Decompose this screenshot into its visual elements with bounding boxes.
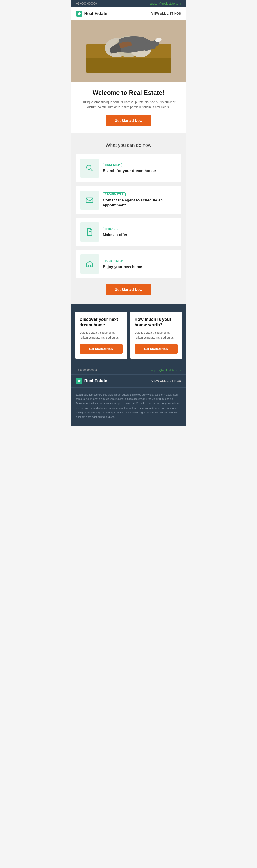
cards-section: Discover your next dream home Quisque vi… — [71, 304, 186, 366]
card-2-description: Quisque vitae tristique sem, nullam vulp… — [135, 331, 178, 340]
step-1-badge: FIRST STEP — [103, 163, 122, 167]
card-1-description: Quisque vitae tristique sem, nullam vulp… — [79, 331, 123, 340]
document-icon — [85, 228, 94, 236]
step-2-heading: Contact the agent to schedule an appoint… — [103, 198, 177, 208]
hero-image — [71, 20, 186, 82]
step-card-4: FOURTH STEP Enjoy your new home — [76, 250, 181, 278]
footer-header: Real Estate VIEW ALL LISTINGS — [71, 374, 186, 388]
step-4-icon-box — [80, 254, 99, 274]
steps-cta-button[interactable]: Get Started Now — [106, 284, 151, 295]
card-1: Discover your next dream home Quisque vi… — [75, 312, 127, 359]
step-3-icon-box — [80, 222, 99, 242]
steps-title: What you can do now — [76, 143, 181, 148]
header-nav-link[interactable]: VIEW ALL LISTINGS — [151, 12, 181, 15]
footer-topbar: +1 0000 000000 support@realestate.com — [71, 366, 186, 374]
card-2: How much is your house worth? Quisque vi… — [130, 312, 182, 359]
topbar-phone: +1 0000 000000 — [76, 2, 97, 5]
hero-section: Welcome to Real Estate! Quisque vitae tr… — [71, 20, 186, 133]
card-1-title: Discover your next dream home — [79, 317, 123, 328]
card-2-cta-button[interactable]: Get Started Now — [135, 344, 178, 353]
hero-content: Welcome to Real Estate! Quisque vitae tr… — [71, 89, 186, 126]
step-4-info: FOURTH STEP Enjoy your new home — [103, 258, 177, 270]
search-icon — [85, 164, 94, 173]
step-1-icon-box — [80, 158, 99, 178]
hero-title: Welcome to Real Estate! — [79, 89, 179, 96]
step-1-info: FIRST STEP Search for your dream house — [103, 162, 177, 174]
envelope-icon — [85, 196, 94, 204]
step-2-info: SECOND STEP Contact the agent to schedul… — [103, 192, 177, 208]
svg-rect-10 — [86, 198, 93, 203]
logo-icon — [76, 10, 82, 17]
hero-cta-button[interactable]: Get Started Now — [106, 115, 151, 126]
logo: Real Estate — [76, 10, 107, 17]
svg-line-9 — [90, 169, 93, 171]
steps-section: What you can do now FIRST STEP Search fo… — [71, 133, 186, 304]
step-4-heading: Enjoy your new home — [103, 265, 177, 270]
step-card-3: THIRD STEP Make an offer — [76, 218, 181, 246]
home-icon — [85, 260, 94, 268]
step-2-badge: SECOND STEP — [103, 192, 125, 196]
step-3-info: THIRD STEP Make an offer — [103, 226, 177, 238]
topbar: +1 0000 000000 support@realestate.com — [71, 0, 186, 7]
footer-nav-link[interactable]: VIEW ALL LISTINGS — [151, 379, 181, 383]
step-4-badge: FOURTH STEP — [103, 259, 125, 263]
footer-logo-icon — [76, 378, 82, 384]
step-card-2: SECOND STEP Contact the agent to schedul… — [76, 186, 181, 214]
card-1-cta-button[interactable]: Get Started Now — [79, 344, 123, 353]
footer-phone: +1 0000 000000 — [76, 369, 97, 372]
topbar-email[interactable]: support@realestate.com — [150, 2, 181, 5]
footer-logo-text: Real Estate — [84, 378, 107, 383]
header: Real Estate VIEW ALL LISTINGS — [71, 7, 186, 20]
hero-description: Quisque vitae tristique sem. Nullam vulp… — [79, 100, 179, 110]
footer-logo: Real Estate — [76, 378, 107, 384]
step-3-heading: Make an offer — [103, 232, 177, 238]
footer-email[interactable]: support@realestate.com — [150, 369, 181, 372]
steps-cta-wrap: Get Started Now — [76, 284, 181, 295]
step-2-icon-box — [80, 190, 99, 210]
card-2-title: How much is your house worth? — [135, 317, 178, 328]
step-card-1: FIRST STEP Search for your dream house — [76, 154, 181, 182]
step-1-heading: Search for your dream house — [103, 168, 177, 174]
logo-text: Real Estate — [84, 11, 107, 16]
footer-body: Etiam quis tempus ex. Sed vitae ipsum su… — [71, 388, 186, 426]
step-3-badge: THIRD STEP — [103, 227, 122, 231]
hero-image-svg — [71, 20, 186, 82]
footer-body-text: Etiam quis tempus ex. Sed vitae ipsum su… — [76, 393, 181, 419]
